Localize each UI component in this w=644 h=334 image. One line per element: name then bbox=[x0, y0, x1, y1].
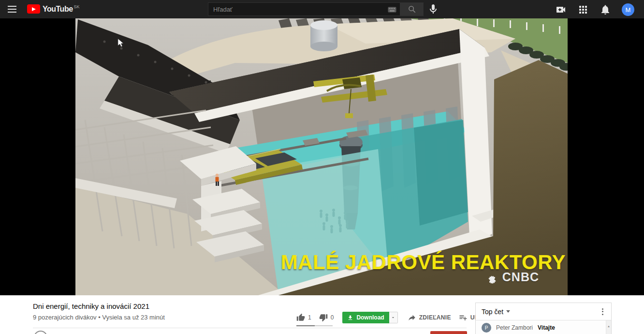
like-count: 1 bbox=[308, 314, 311, 321]
chat-caret-down-icon bbox=[506, 310, 510, 313]
youtube-logo[interactable]: YouTube SK bbox=[27, 4, 80, 14]
scroll-up-icon: ▲ bbox=[607, 325, 610, 328]
chat-mode-label: Top čet bbox=[482, 308, 503, 316]
playlist-add-icon bbox=[459, 313, 468, 322]
share-label: ZDIEĽANIE bbox=[419, 314, 451, 321]
video-meta: 9 pozerajúcich divákov • Vysiela sa už 2… bbox=[33, 314, 165, 321]
subscribe-button[interactable] bbox=[430, 331, 467, 334]
chat-scrollbar[interactable]: ▲ bbox=[606, 320, 611, 334]
thumb-down-icon bbox=[319, 313, 328, 322]
share-arrow-icon bbox=[408, 313, 416, 322]
account-avatar[interactable]: M bbox=[622, 3, 634, 16]
video-title: Dni energií, techniky a inovácií 2021 bbox=[33, 302, 149, 310]
youtube-logo-text: YouTube bbox=[43, 5, 73, 14]
dislike-button[interactable]: 0 bbox=[319, 313, 334, 322]
live-chat-panel: Top čet P Peter Zambori Vitajte ▲ bbox=[475, 303, 612, 334]
keyboard-icon[interactable] bbox=[388, 6, 396, 15]
create-video-icon[interactable] bbox=[555, 4, 567, 15]
chat-message-text: Vitajte bbox=[538, 324, 555, 331]
thumb-up-icon bbox=[296, 313, 305, 322]
chat-messages: P Peter Zambori Vitajte ▲ bbox=[476, 320, 611, 334]
chat-author-avatar[interactable]: P bbox=[482, 323, 491, 333]
microphone-icon[interactable] bbox=[427, 3, 439, 15]
logo-country-code: SK bbox=[74, 4, 80, 9]
like-ratio-bar bbox=[296, 325, 333, 326]
chevron-down-icon bbox=[391, 315, 395, 320]
like-button[interactable]: 1 bbox=[296, 313, 311, 322]
notifications-bell-icon[interactable] bbox=[600, 4, 611, 15]
cnbc-logo: CNBC bbox=[485, 270, 539, 284]
chat-mode-selector[interactable]: Top čet bbox=[482, 308, 510, 316]
section-divider bbox=[33, 328, 467, 328]
chat-menu-icon[interactable] bbox=[600, 306, 605, 317]
search-input[interactable] bbox=[208, 2, 400, 16]
cnbc-peacock-icon bbox=[485, 271, 499, 284]
chat-message: P Peter Zambori Vitajte bbox=[482, 323, 555, 333]
download-options-button[interactable] bbox=[389, 312, 398, 323]
chat-author-name[interactable]: Peter Zambori bbox=[496, 324, 533, 331]
dislike-count: 0 bbox=[331, 314, 334, 321]
video-player[interactable]: MALÉ JADROVÉ REAKTORY CNBC bbox=[75, 18, 568, 295]
download-icon bbox=[347, 315, 353, 321]
download-button-group: Download bbox=[342, 312, 397, 323]
cnbc-logo-text: CNBC bbox=[502, 270, 539, 284]
search-bar bbox=[208, 2, 424, 16]
video-stage: MALÉ JADROVÉ REAKTORY CNBC bbox=[0, 18, 644, 295]
download-label: Download bbox=[356, 314, 384, 321]
share-button[interactable]: ZDIEĽANIE bbox=[408, 313, 451, 322]
menu-icon[interactable] bbox=[8, 6, 16, 13]
download-button[interactable]: Download bbox=[342, 312, 389, 323]
masthead: YouTube SK M bbox=[0, 0, 644, 18]
apps-grid-icon[interactable] bbox=[577, 4, 589, 15]
youtube-play-icon bbox=[27, 4, 40, 14]
chat-header: Top čet bbox=[476, 303, 611, 320]
channel-avatar[interactable] bbox=[34, 331, 47, 334]
search-button[interactable] bbox=[400, 2, 424, 16]
